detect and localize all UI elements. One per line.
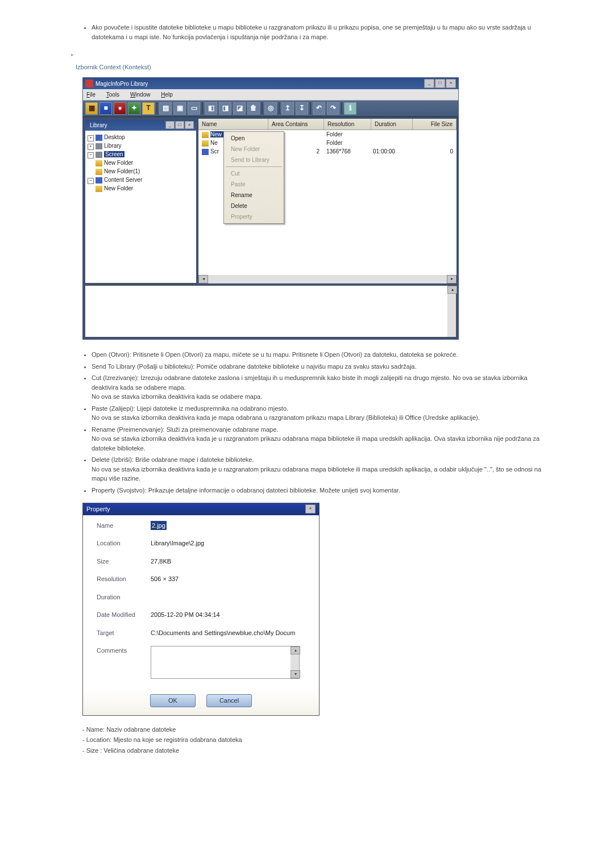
menu-tools[interactable]: Tools [106,91,119,98]
value-name: 2.jpg [151,521,167,531]
toolbar-btn-4[interactable]: ✦ [128,102,140,115]
property-titlebar[interactable]: Property × [83,503,319,515]
descriptions: Open (Otvori): Pritisnete li Open (Otvor… [92,350,543,495]
titlebar[interactable]: MagicInfoPro Library _ □ × [83,78,458,89]
toolbar-btn-11[interactable]: 🗑 [247,102,260,115]
library-icon [96,143,102,149]
server-icon [96,177,102,183]
desc-open: Open (Otvori): Pritisnete li Open (Otvor… [92,350,543,360]
toolbar-sep [310,102,311,114]
toolbar: ▦ ■ ● ✦ T ▤ ▣ ▭ ◧ ◨ ◪ 🗑 ◎ ↥ ↧ ↶ ↷ ℹ [83,100,458,117]
value-location: Library\Image\2.jpg [151,539,309,548]
toolbar-btn-14[interactable]: ↧ [296,102,308,115]
note-name: - Name: Naziv odabrane datoteke [82,725,543,735]
maximize-button[interactable]: □ [435,79,445,88]
screenshot-window: MagicInfoPro Library _ □ × FFileile Tool… [82,77,459,340]
folder-icon [96,160,102,166]
property-field-notes: - Name: Naziv odabrane datoteke - Locati… [82,725,543,756]
toolbar-btn-12[interactable]: ◎ [264,102,277,115]
scroll-right-button[interactable]: ▸ [447,275,457,283]
tree-item-new-folder[interactable]: New Folder [96,158,194,167]
panel-max-button[interactable]: □ [175,121,184,129]
label-duration: Duration [97,592,151,602]
list-body[interactable]: New Folder Folder Ne Folder Sc [198,130,457,275]
ctx-open[interactable]: Open [224,133,284,144]
property-close-button[interactable]: × [305,504,316,514]
col-name[interactable]: Name [198,119,268,130]
toolbar-btn-8[interactable]: ◧ [205,102,217,115]
context-menu: Open New Folder Send to Library Cut Past… [223,131,284,224]
panel-min-button[interactable]: _ [165,121,175,129]
toolbar-btn-2[interactable]: ■ [99,102,112,115]
cancel-button[interactable]: Cancel [206,694,252,707]
folder-icon [202,132,209,138]
toolbar-btn-13[interactable]: ↥ [281,102,294,115]
section-heading: Izbornik Context (Kontekst) [76,62,543,72]
col-area[interactable]: Area Contains [268,119,324,130]
label-location: Location [97,539,151,548]
toolbar-btn-6[interactable]: ▣ [173,102,186,115]
minimize-button[interactable]: _ [424,79,434,88]
label-name: Name [97,521,151,531]
scroll-up-button[interactable]: ▴ [447,286,457,294]
comments-textarea[interactable]: ▴ ▾ [151,646,300,679]
window-title: MagicInfoPro Library [96,80,424,88]
desc-delete: Delete (Izbriši): Briše odabrane mape i … [92,455,543,483]
folder-icon [96,186,102,192]
toolbar-sep [202,102,203,114]
value-datemodified: 2005-12-20 PM 04:34:14 [151,610,309,620]
ctx-rename[interactable]: Rename [224,190,284,201]
ctx-cut: Cut [224,168,284,179]
desc-rename: Rename (Preimenovanje): Služi za preimen… [92,425,543,453]
toolbar-btn-text[interactable]: T [142,102,155,115]
value-resolution: 506 × 337 [151,574,309,584]
desc-cut: Cut (Izrezivanje): Izrezuju odabrane dat… [92,373,543,402]
scroll-up-button[interactable]: ▴ [291,646,300,654]
col-size[interactable]: File Size [413,119,457,130]
menu-window[interactable]: Window [130,91,151,98]
desc-sendlib: Send To Library (Pošalji u biblioteku): … [92,362,543,372]
label-resolution: Resolution [97,574,151,584]
toolbar-sep [156,102,157,114]
toolbar-sep [279,102,280,114]
ok-button[interactable]: OK [150,694,196,707]
tree-item-screen[interactable]: −Screen [88,150,194,158]
menu-file[interactable]: FFileile [86,91,96,98]
toolbar-btn-redo[interactable]: ↷ [327,102,339,115]
value-size: 27,8KB [151,557,309,566]
property-title: Property [86,504,305,514]
toolbar-btn-5[interactable]: ▤ [159,102,172,115]
toolbar-btn-10[interactable]: ◪ [233,102,246,115]
toolbar-btn-3[interactable]: ● [114,102,126,115]
tree-item-library[interactable]: +Library [88,141,194,150]
toolbar-btn-7[interactable]: ▭ [188,102,200,115]
folder-icon [202,140,209,147]
panel-close-button[interactable]: × [185,121,194,129]
col-res[interactable]: Resolution [324,119,371,130]
tree-item-content-server[interactable]: −Content Server [88,176,194,184]
ctx-delete[interactable]: Delete [224,201,284,211]
vertical-scrollbar[interactable]: ▴ [447,286,456,337]
toolbar-btn-9[interactable]: ◨ [219,102,231,115]
scroll-left-button[interactable]: ◂ [198,275,208,283]
folder-tree: +Desktop +Library −Screen New Folder New… [85,131,196,283]
tree-item-new-folder1[interactable]: New Folder(1) [96,167,194,176]
label-size: Size [97,557,151,566]
menu-help[interactable]: Help [161,91,173,98]
close-button[interactable]: × [446,79,456,88]
toolbar-btn-undo[interactable]: ↶ [313,102,325,115]
ctx-new-folder: New Folder [224,144,284,155]
scroll-down-button[interactable]: ▾ [291,670,300,678]
col-dur[interactable]: Duration [371,119,413,130]
label-target: Target [97,628,151,638]
toolbar-btn-1[interactable]: ▦ [85,102,98,115]
toolbar-btn-info[interactable]: ℹ [344,102,356,115]
list-panel: Name Area Contains Resolution Duration F… [198,119,457,283]
toolbar-sep [341,102,342,114]
ctx-property: Property [224,211,284,222]
horizontal-scrollbar[interactable]: ◂ ▸ [198,275,457,283]
tree-item-new-folder2[interactable]: New Folder [96,184,194,193]
tree-item-desktop[interactable]: +Desktop [88,133,194,141]
drag-drop-note: Ako povučete i ispustite datoteke biblio… [92,23,543,41]
ctx-send-library: Send to Library [224,155,284,165]
